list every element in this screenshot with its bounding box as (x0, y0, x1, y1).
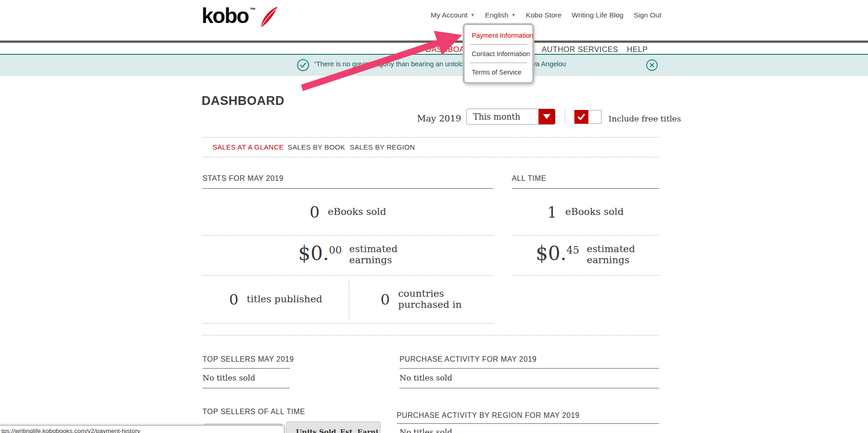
top-sellers-month-heading: TOP SELLERS MAY 2019 (203, 355, 294, 364)
stats-all-time-heading: ALL TIME (512, 174, 659, 189)
column-est-earnings: Est. Earni (340, 428, 378, 433)
period-select[interactable]: This month (466, 109, 556, 125)
purchase-activity-month-empty: No titles sold (399, 373, 452, 382)
link-sign-out[interactable]: Sign Out (634, 11, 661, 19)
titles-published-label: titles published (247, 294, 322, 305)
include-free-titles-label: Include free titles (608, 114, 681, 123)
trademark-symbol: ™ (250, 6, 256, 13)
purchase-by-region-heading: PURCHASE ACTIVITY BY REGION FOR MAY 2019 (397, 411, 579, 420)
month-earnings-label-line2: earnings (349, 255, 398, 266)
month-ebooks-sold-value: 0 (310, 204, 320, 220)
logo-wordmark: kobo (202, 5, 249, 27)
header-links: My Account ▼ English ▼ Kobo Store Writin… (431, 11, 661, 19)
my-account-dropdown-menu: Payment Information Contact Information … (464, 24, 533, 83)
period-select-value: This month (473, 112, 521, 121)
top-sellers-alltime-heading: TOP SELLERS OF ALL TIME (203, 408, 305, 416)
link-writing-life-blog[interactable]: Writing Life Blog (572, 11, 624, 19)
purchase-activity-month-heading: PURCHASE ACTIVITY FOR MAY 2019 (399, 355, 537, 364)
tab-sales-by-book[interactable]: SALES BY BOOK (288, 143, 345, 151)
titles-published-value: 0 (229, 292, 238, 307)
stats-month-heading: STATS FOR MAY 2019 (203, 174, 493, 189)
writing-life-blog-label: Writing Life Blog (572, 11, 624, 19)
check-circle-icon (297, 59, 309, 73)
purchase-by-region-rule (397, 423, 659, 424)
countries-label-line2: purchased in (398, 300, 462, 311)
checkmark-icon (574, 110, 588, 124)
menu-item-terms-of-service[interactable]: Terms of Service (464, 63, 532, 81)
top-header: kobo ™ My Account ▼ English ▼ Kobo Store (0, 0, 868, 40)
tab-sales-at-a-glance[interactable]: SALES AT A GLANCE (213, 143, 284, 151)
tab-sales-by-region[interactable]: SALES BY REGION (350, 143, 415, 151)
alltime-earnings-label-line2: earnings (587, 255, 635, 266)
link-kobo-store[interactable]: Kobo Store (526, 11, 562, 19)
kobo-writing-life-dashboard: kobo ™ My Account ▼ English ▼ Kobo Store (0, 0, 868, 433)
alltime-divider-2 (512, 275, 659, 276)
menu-item-payment-information[interactable]: Payment Information (464, 26, 532, 44)
month-divider-3 (203, 323, 493, 323)
top-sellers-month-empty: No titles sold (203, 373, 255, 382)
language-label: English (485, 11, 509, 19)
dropdown-arrow-icon (538, 109, 555, 124)
caret-down-icon: ▼ (511, 13, 516, 17)
top-sellers-month-rule (203, 368, 290, 369)
period-label: May 2019 (396, 113, 461, 123)
quote-banner: “There is no greater agony than bearing … (0, 54, 868, 76)
toggle-off-half (588, 110, 602, 124)
top-sellers-table-header: Units Sold Est. Earni (286, 421, 381, 433)
purchase-by-region-empty: No titles sold (399, 427, 452, 433)
alltime-earnings-stat: $0. 45 estimated earnings (512, 236, 659, 275)
month-ebooks-sold-stat: 0 eBooks sold (203, 189, 493, 235)
alltime-ebooks-sold-value: 1 (547, 204, 557, 220)
controls-divider (565, 110, 565, 124)
page-title: DASHBOARD (202, 94, 284, 108)
month-ebooks-sold-label: eBooks sold (328, 207, 386, 218)
status-url: tps://writinglife.kobobooks.com/v2/payme… (1, 427, 140, 433)
browser-status-bar: tps://writinglife.kobobooks.com/v2/payme… (0, 425, 284, 433)
my-account-label: My Account (431, 11, 468, 19)
alltime-earnings-dollars: $0. (536, 244, 567, 263)
alltime-earnings-cents: 45 (567, 245, 579, 255)
menu-item-contact-information[interactable]: Contact Information (464, 45, 532, 63)
nav-item-help[interactable]: HELP (627, 45, 648, 54)
include-free-titles-toggle[interactable] (574, 110, 602, 124)
countries-purchased-stat: 0 countries purchased in (349, 276, 493, 323)
kobo-store-label: Kobo Store (526, 11, 562, 19)
kobo-logo[interactable]: kobo ™ (202, 5, 279, 31)
top-sellers-month-rule-2 (203, 388, 290, 388)
month-earnings-cents: 00 (329, 245, 342, 255)
feather-icon (258, 6, 279, 31)
month-earnings-stat: $0. 00 estimated earnings (203, 236, 493, 275)
countries-label-line1: countries (398, 289, 462, 300)
purchase-activity-month-rule (399, 368, 659, 369)
close-icon[interactable] (646, 59, 658, 73)
menu-language[interactable]: English ▼ (485, 11, 516, 19)
caret-down-icon: ▼ (470, 13, 475, 17)
nav-item-author-services[interactable]: AUTHOR SERVICES (542, 45, 618, 54)
month-earnings-dollars: $0. (298, 244, 329, 263)
sign-out-label: Sign Out (634, 11, 661, 19)
tabs-top-divider (203, 137, 659, 138)
stats-bottom-divider (203, 335, 659, 335)
alltime-earnings-label-line1: estimated (587, 244, 635, 255)
menu-my-account[interactable]: My Account ▼ (431, 11, 475, 19)
month-earnings-label-line1: estimated (349, 244, 398, 255)
tabs-bottom-divider (203, 157, 659, 157)
countries-purchased-value: 0 (381, 292, 390, 307)
column-units-sold: Units Sold (296, 428, 336, 433)
purchase-activity-month-rule-2 (399, 388, 659, 388)
alltime-ebooks-sold-stat: 1 eBooks sold (512, 189, 659, 235)
titles-published-stat: 0 titles published (203, 276, 349, 323)
alltime-ebooks-sold-label: eBooks sold (565, 207, 624, 218)
